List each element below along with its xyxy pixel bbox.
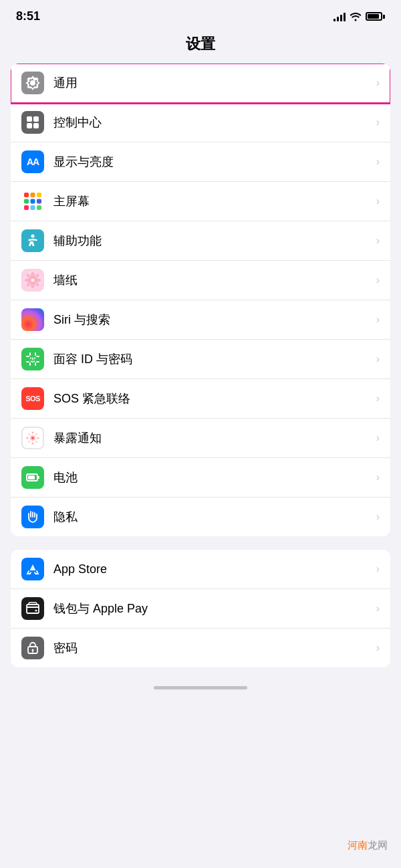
chevron-icon: › [376,195,380,207]
svg-rect-9 [31,199,35,204]
svg-rect-1 [33,116,39,122]
faceid-icon [21,348,44,370]
nav-title: 设置 [0,29,401,64]
chevron-icon: › [376,563,380,575]
svg-point-31 [27,437,29,439]
status-icons [333,12,385,21]
svg-rect-6 [31,193,35,197]
wifi-icon [350,12,362,21]
exposure-label: 暴露通知 [53,430,371,446]
general-label: 通用 [53,75,371,91]
settings-item-general[interactable]: 通用 › [11,64,390,103]
exposure-icon [21,427,44,449]
chevron-icon: › [376,353,380,365]
chevron-icon: › [376,603,380,615]
privacy-label: 隐私 [53,509,371,525]
display-icon: AA [21,150,44,173]
store-section: App Store › 钱包与 Apple Pay › 密码 › [11,550,390,667]
appstore-label: App Store [53,562,371,576]
svg-point-36 [35,441,37,442]
watermark-red: 河南 [348,839,368,851]
wallpaper-label: 墙纸 [53,272,371,288]
svg-point-28 [32,437,33,439]
chevron-icon: › [376,274,380,286]
settings-item-accessibility[interactable]: 辅助功能 › [11,221,390,261]
siri-label: Siri 与搜索 [53,312,371,328]
home-indicator [0,681,401,692]
svg-rect-3 [33,123,39,128]
svg-rect-7 [37,193,41,197]
chevron-icon: › [376,471,380,483]
control-center-label: 控制中心 [53,114,371,130]
accessibility-label: 辅助功能 [53,233,371,249]
chevron-icon: › [376,77,380,89]
privacy-icon [21,506,44,528]
wallet-label: 钱包与 Apple Pay [53,601,371,617]
svg-rect-39 [28,475,35,479]
faceid-label: 面容 ID 与密码 [53,351,371,367]
chevron-icon: › [376,235,380,247]
chevron-icon: › [376,432,380,444]
svg-point-41 [35,610,37,612]
watermark: 河南龙网 [348,839,388,852]
password-icon [21,637,44,659]
password-label: 密码 [53,640,371,656]
chevron-icon: › [376,393,380,405]
battery-settings-icon [21,466,44,489]
svg-point-32 [37,437,39,439]
home-screen-icon [21,190,44,213]
svg-rect-5 [24,193,29,197]
svg-point-29 [32,432,34,434]
svg-point-25 [31,278,35,282]
control-center-icon [21,111,44,134]
siri-icon [21,308,44,331]
svg-rect-2 [27,123,32,128]
svg-point-34 [35,433,37,435]
chevron-icon: › [376,642,380,654]
svg-rect-0 [27,116,32,122]
chevron-icon: › [376,156,380,168]
settings-item-control-center[interactable]: 控制中心 › [11,103,390,142]
chevron-icon: › [376,116,380,128]
status-bar: 8:51 [0,0,401,29]
wallet-icon [21,597,44,620]
settings-item-faceid[interactable]: 面容 ID 与密码 › [11,340,390,379]
wallpaper-icon [21,269,44,292]
battery-icon [366,12,385,21]
gear-icon [21,72,44,94]
home-bar [154,686,247,689]
settings-item-wallpaper[interactable]: 墙纸 › [11,261,390,300]
status-time: 8:51 [16,9,40,23]
svg-rect-11 [24,205,29,210]
signal-icon [333,12,346,21]
display-label: 显示与亮度 [53,154,371,170]
settings-item-wallet[interactable]: 钱包与 Apple Pay › [11,589,390,629]
page-title: 设置 [186,35,215,52]
sos-icon: SOS [21,387,44,410]
svg-rect-10 [37,199,41,204]
accessibility-icon [21,229,44,252]
settings-item-siri[interactable]: Siri 与搜索 › [11,300,390,340]
svg-point-30 [32,443,34,445]
svg-rect-13 [37,205,41,210]
svg-point-14 [31,235,35,238]
settings-item-sos[interactable]: SOS SOS 紧急联络 › [11,379,390,419]
settings-item-display[interactable]: AA 显示与亮度 › [11,142,390,182]
watermark-gray: 龙网 [368,839,388,851]
settings-item-appstore[interactable]: App Store › [11,550,390,589]
svg-rect-40 [27,605,39,613]
settings-item-exposure[interactable]: 暴露通知 › [11,419,390,458]
home-screen-label: 主屏幕 [53,193,371,209]
svg-rect-12 [31,205,35,210]
battery-label: 电池 [53,469,371,485]
settings-item-battery[interactable]: 电池 › [11,458,390,498]
chevron-icon: › [376,511,380,523]
settings-item-home-screen[interactable]: 主屏幕 › [11,182,390,221]
general-section: 通用 › 控制中心 › AA 显示与亮度 › [11,64,390,536]
settings-item-passwords[interactable]: 密码 › [11,629,390,667]
sos-label: SOS 紧急联络 [53,391,371,407]
chevron-icon: › [376,314,380,326]
settings-item-privacy[interactable]: 隐私 › [11,498,390,536]
appstore-icon [21,558,44,580]
svg-rect-8 [24,199,29,204]
